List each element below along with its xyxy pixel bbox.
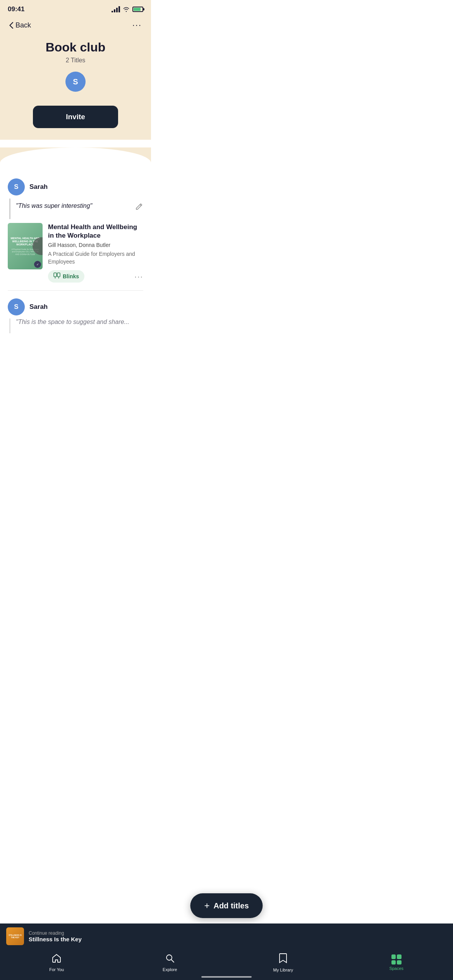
status-icons: [112, 6, 143, 12]
edit-quote-icon[interactable]: [135, 202, 143, 213]
book-description: A Practical Guide for Employers and Empl…: [48, 250, 143, 266]
member2-row: S Sarah: [8, 295, 143, 319]
book-cover-badge: ✓: [34, 261, 41, 268]
member1-quote: "This was super interesting": [16, 202, 92, 209]
back-button[interactable]: Back: [9, 21, 31, 29]
member1-name: Sarah: [29, 183, 48, 191]
blinks-badge: Blinks: [48, 270, 84, 283]
status-time: 09:41: [8, 5, 24, 13]
member1-row: S Sarah: [8, 175, 143, 199]
book-card: MENTAL HEALTH AND WELLBEING IN THE WORKP…: [8, 219, 143, 289]
member1-quote-row: "This was super interesting": [9, 199, 143, 219]
member1-avatar: S: [8, 178, 25, 195]
divider: [8, 290, 143, 291]
book-more-button[interactable]: ···: [134, 272, 143, 281]
club-title: Book club: [9, 40, 142, 55]
wifi-icon: [122, 6, 130, 12]
member2-partial-quote: "This is the space to suggest and share.…: [9, 319, 143, 333]
invite-button[interactable]: Invite: [33, 106, 118, 128]
main-content: S Sarah "This was super interesting" MEN…: [0, 171, 151, 333]
club-subtitle: 2 Titles: [9, 57, 142, 64]
back-label: Back: [15, 21, 31, 29]
member2-name: Sarah: [29, 303, 48, 311]
member2-avatar: S: [8, 298, 25, 315]
club-avatar: S: [65, 72, 86, 92]
back-chevron-icon: [9, 22, 13, 29]
svg-rect-1: [57, 273, 60, 277]
svg-rect-0: [54, 273, 57, 277]
signal-bars-icon: [112, 6, 120, 12]
curved-transition: [0, 147, 151, 171]
book-info: Mental Health and Wellbeing in the Workp…: [48, 223, 143, 283]
status-bar: 09:41: [0, 0, 151, 16]
book-authors: Gill Hasson, Donna Butler: [48, 242, 143, 248]
club-avatar-row: S: [9, 72, 142, 92]
battery-icon: [132, 7, 143, 12]
book-title[interactable]: Mental Health and Wellbeing in the Workp…: [48, 223, 143, 240]
more-options-button[interactable]: ···: [132, 20, 142, 30]
header-bg: Back ··· Book club 2 Titles S Invite: [0, 16, 151, 140]
book-cover: MENTAL HEALTH AND WELLBEING IN THE WORKP…: [8, 223, 43, 269]
member2-area: S Sarah "This is the space to suggest an…: [8, 292, 143, 333]
nav-row: Back ···: [9, 20, 142, 36]
blinks-label: Blinks: [63, 273, 79, 279]
battery-fill: [134, 8, 141, 11]
blinks-icon: [53, 272, 60, 280]
book-footer: Blinks ···: [48, 270, 143, 283]
